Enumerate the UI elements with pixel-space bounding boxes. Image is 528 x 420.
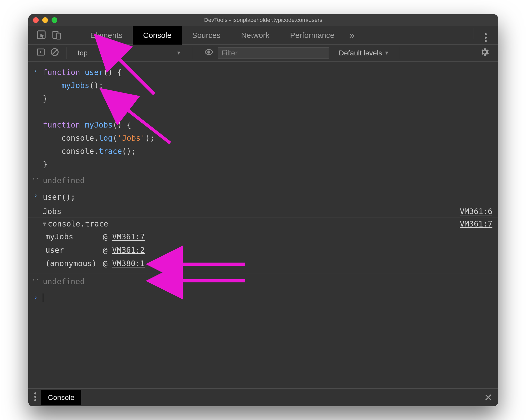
- frame-function: user: [45, 246, 98, 255]
- console-body: › function user() { myJobs(); } function…: [28, 62, 498, 388]
- frame-function: myJobs: [45, 232, 98, 241]
- at-symbol: @: [103, 232, 108, 241]
- panel-tabs: Elements Console Sources Network Perform…: [28, 26, 498, 45]
- disclosure-triangle-icon[interactable]: ▼: [43, 221, 46, 227]
- separator: [399, 47, 399, 59]
- minimize-window-button[interactable]: [42, 17, 48, 23]
- kebab-menu-icon[interactable]: [467, 28, 493, 43]
- drawer: Console ✕: [28, 388, 498, 406]
- device-toolbar-icon[interactable]: [52, 30, 62, 41]
- separator: [67, 47, 67, 59]
- at-symbol: @: [103, 246, 108, 255]
- trace-header[interactable]: ▼ console.trace VM361:7: [28, 218, 498, 230]
- svg-rect-2: [57, 33, 61, 39]
- devtools-window: DevTools - jsonplaceholder.typicode.com/…: [28, 14, 498, 406]
- svg-point-3: [485, 33, 487, 35]
- frame-location-link[interactable]: VM380:1: [112, 259, 145, 268]
- window-titlebar: DevTools - jsonplaceholder.typicode.com/…: [28, 14, 498, 26]
- source-link[interactable]: VM361:6: [460, 207, 498, 216]
- tab-network[interactable]: Network: [231, 26, 280, 45]
- at-symbol: @: [103, 259, 108, 268]
- clear-console-icon[interactable]: [50, 47, 59, 58]
- output-prompt-icon: ‹·: [32, 175, 39, 182]
- output-prompt-icon: ‹·: [32, 276, 39, 283]
- frame-function: (anonymous): [45, 259, 98, 268]
- zoom-window-button[interactable]: [52, 17, 57, 23]
- console-toolbar: top ▼ Default levels ▼: [28, 45, 498, 62]
- console-return-undefined: ‹· undefined: [28, 273, 498, 290]
- inspect-element-icon[interactable]: [36, 30, 46, 41]
- frame-location-link[interactable]: VM361:2: [112, 246, 145, 255]
- stack-frame: (anonymous) @ VM380:1: [45, 257, 498, 270]
- tabs-overflow-icon[interactable]: »: [349, 30, 354, 41]
- tab-sources[interactable]: Sources: [182, 26, 231, 45]
- console-settings-icon[interactable]: [476, 47, 493, 59]
- drawer-close-icon[interactable]: ✕: [484, 392, 492, 403]
- stack-frame: user @ VM361:2: [45, 243, 498, 257]
- console-entry-call: › user();: [28, 189, 498, 205]
- drawer-menu-icon[interactable]: [34, 392, 37, 404]
- context-selector[interactable]: top ▼: [74, 47, 185, 59]
- log-levels-selector[interactable]: Default levels ▼: [339, 49, 389, 57]
- caret-down-icon: ▼: [384, 50, 389, 56]
- log-levels-label: Default levels: [339, 49, 382, 57]
- input-prompt-icon: ›: [34, 67, 38, 74]
- console-log-line: Jobs VM361:6: [28, 205, 498, 218]
- input-prompt-icon: ›: [34, 191, 38, 199]
- svg-point-9: [208, 51, 210, 53]
- drawer-tab-console[interactable]: Console: [41, 390, 81, 405]
- svg-line-8: [52, 49, 57, 55]
- code-content[interactable]: function user() { myJobs(); } function m…: [43, 66, 498, 171]
- tab-console[interactable]: Console: [133, 26, 182, 45]
- spacer: [28, 302, 498, 389]
- separator: [192, 47, 192, 59]
- log-message: Jobs: [28, 207, 61, 216]
- traffic-lights: [33, 17, 57, 23]
- input-prompt-icon: ›: [34, 293, 38, 301]
- stack-trace: myJobs @ VM361:7 user @ VM361:2 (anonymo…: [28, 230, 498, 272]
- stack-frame: myJobs @ VM361:7: [45, 230, 498, 243]
- tab-performance[interactable]: Performance: [280, 26, 345, 45]
- trace-label: console.trace: [48, 219, 108, 228]
- filter-input[interactable]: [221, 49, 326, 57]
- svg-point-5: [485, 40, 487, 42]
- svg-point-4: [485, 37, 487, 39]
- svg-point-12: [34, 399, 36, 401]
- tab-elements[interactable]: Elements: [80, 26, 133, 45]
- svg-point-10: [34, 392, 36, 394]
- context-label: top: [78, 49, 88, 57]
- source-link[interactable]: VM361:7: [460, 219, 498, 228]
- console-entry-code: › function user() { myJobs(); } function…: [28, 64, 498, 172]
- console-prompt[interactable]: ›: [28, 290, 498, 302]
- console-return-undefined: ‹· undefined: [28, 172, 498, 189]
- caret-icon: [43, 293, 43, 302]
- toolbar-left-icons: [36, 30, 62, 41]
- code-content[interactable]: user();: [43, 190, 498, 204]
- close-window-button[interactable]: [33, 17, 39, 23]
- caret-down-icon: ▼: [176, 50, 181, 56]
- live-expression-icon[interactable]: [200, 47, 213, 58]
- window-title: DevTools - jsonplaceholder.typicode.com/…: [28, 17, 498, 23]
- filter-input-wrapper: [218, 47, 329, 59]
- frame-location-link[interactable]: VM361:7: [112, 232, 145, 241]
- svg-point-11: [34, 396, 36, 398]
- toggle-sidebar-icon[interactable]: [36, 47, 45, 58]
